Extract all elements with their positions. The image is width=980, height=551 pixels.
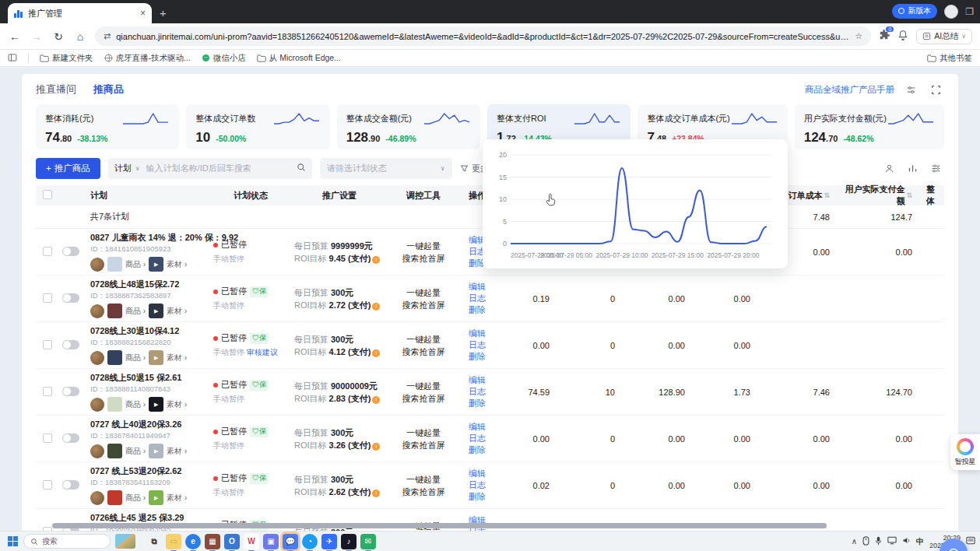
tray-volume-icon[interactable]	[902, 536, 911, 546]
delete-link[interactable]: 删除	[462, 398, 492, 409]
bookmark-folder[interactable]: 新建文件夹	[40, 53, 93, 64]
home-button[interactable]: ⌂	[73, 30, 87, 43]
product-link[interactable]: 商品 ›	[125, 353, 146, 363]
extensions-icon[interactable]: 0	[879, 30, 890, 44]
material-link[interactable]: 素材 ›	[167, 446, 187, 457]
log-link[interactable]: 日志	[462, 339, 492, 351]
one-key-boost-link[interactable]: 一键起量	[391, 473, 456, 486]
back-button[interactable]: ←	[8, 30, 22, 43]
row-enable-toggle[interactable]	[62, 293, 79, 303]
one-key-boost-link[interactable]: 一键起量	[391, 333, 456, 346]
tray-chevron-up-icon[interactable]: ∧	[852, 537, 857, 546]
fullscreen-icon[interactable]	[927, 81, 944, 98]
stat-card-2[interactable]: 整体成交金额(元)128.90-46.89%	[337, 104, 480, 149]
select-all-checkbox[interactable]	[43, 190, 52, 199]
row-enable-toggle[interactable]	[62, 387, 79, 396]
delete-link[interactable]: 删除	[462, 351, 492, 363]
edit-link[interactable]: 编辑	[462, 281, 492, 293]
search-top-link[interactable]: 搜索抢首屏	[391, 486, 456, 498]
review-suggestion-link[interactable]: 审核建议	[247, 348, 278, 356]
campaign-title[interactable]: 0728线上48退15保2.72	[90, 279, 207, 290]
row-checkbox[interactable]	[43, 387, 52, 396]
campaign-title[interactable]: 0727 线上53退20保2.62	[90, 465, 207, 477]
tray-display-icon[interactable]	[887, 536, 897, 546]
column-settings-icon[interactable]	[927, 160, 944, 177]
site-settings-icon[interactable]: ⇄	[104, 31, 111, 41]
row-enable-toggle[interactable]	[62, 480, 79, 490]
tab-products[interactable]: 推商品	[93, 82, 124, 97]
browser-tab[interactable]: 推广管理 ×	[8, 3, 152, 23]
tray-ime-indicator[interactable]: 中	[916, 536, 924, 547]
log-link[interactable]: 日志	[462, 293, 492, 304]
row-checkbox[interactable]	[43, 480, 52, 490]
search-top-link[interactable]: 搜索抢首屏	[391, 346, 456, 358]
material-link[interactable]: 素材 ›	[167, 353, 187, 363]
material-link[interactable]: 素材 ›	[167, 399, 187, 410]
campaign-title[interactable]: 0726线上45 退25 保3.29	[90, 512, 207, 524]
metrics-chart-icon[interactable]	[904, 160, 921, 177]
log-link[interactable]: 日志	[462, 386, 492, 398]
stat-card-5[interactable]: 用户实际支付金额(元)124.70-48.62%	[795, 104, 944, 149]
start-button[interactable]	[8, 536, 19, 547]
search-input[interactable]	[146, 163, 290, 173]
custom-audience-icon[interactable]	[880, 160, 897, 177]
row-checkbox[interactable]	[43, 433, 52, 443]
edit-link[interactable]: 编辑	[462, 328, 492, 339]
col-user-pay[interactable]: 用户实际支付金额⇅	[841, 184, 923, 207]
tab-live-room[interactable]: 推直播间	[36, 82, 76, 97]
product-link[interactable]: 商品 ›	[125, 399, 146, 410]
campaign-title[interactable]: 0728线上50退15 保2.61	[90, 372, 207, 384]
edit-link[interactable]: 编辑	[462, 374, 492, 386]
search-icon[interactable]	[297, 163, 306, 174]
product-link[interactable]: 商品 ›	[125, 259, 146, 270]
wps-word[interactable]: W	[244, 534, 259, 549]
campaign-title[interactable]: 0827 儿童雨衣 14% 退：20% 保：9.92	[90, 232, 207, 244]
browser-avatar[interactable]	[944, 5, 958, 19]
office-app[interactable]: O	[224, 534, 240, 549]
one-key-boost-link[interactable]: 一键起量	[391, 380, 456, 392]
edit-link[interactable]: 编辑	[462, 468, 492, 479]
app-maroon[interactable]: ▦	[205, 534, 220, 549]
add-product-button[interactable]: +推广商品	[36, 158, 100, 179]
delete-link[interactable]: 删除	[462, 491, 492, 503]
taskbar-search[interactable]: 搜索	[23, 534, 111, 549]
new-tab-button[interactable]: +	[160, 6, 167, 19]
reload-button[interactable]: ↻	[51, 30, 65, 43]
task-view[interactable]: ⧉	[146, 534, 162, 549]
row-checkbox[interactable]	[43, 247, 52, 256]
row-checkbox[interactable]	[43, 340, 52, 349]
row-checkbox[interactable]	[43, 293, 52, 303]
log-link[interactable]: 日志	[462, 433, 492, 444]
tab-close-icon[interactable]: ×	[140, 8, 146, 19]
row-enable-toggle[interactable]	[62, 433, 79, 443]
app-purple[interactable]: ▣	[263, 534, 279, 549]
stat-card-1[interactable]: 整体成交订单数10-50.00%	[186, 104, 329, 149]
campaign-title[interactable]: 0727 线上40退20保3.26	[90, 419, 207, 430]
forward-button[interactable]: →	[30, 30, 44, 43]
row-enable-toggle[interactable]	[62, 340, 79, 349]
new-version-badge[interactable]: 新版本	[892, 4, 937, 19]
manual-link[interactable]: 商品全域推广产品手册	[805, 84, 894, 96]
one-key-boost-link[interactable]: 一键起量	[391, 240, 456, 252]
bookmark-huya[interactable]: 虎牙直播-技术驱动...	[104, 53, 191, 64]
file-explorer[interactable]: ▭	[166, 534, 181, 549]
material-link[interactable]: 素材 ›	[167, 306, 187, 317]
ai-summary-button[interactable]: AI总结 ∨	[916, 29, 972, 44]
search-type-select[interactable]: 计划∨	[108, 163, 146, 174]
status-filter-select[interactable]: 请筛选计划状态 ∨	[320, 158, 452, 179]
delete-link[interactable]: 删除	[462, 304, 492, 316]
douyin-app[interactable]: ♪	[341, 534, 357, 549]
one-key-boost-link[interactable]: 一键起量	[391, 426, 456, 439]
feishu-app[interactable]: ✈	[321, 534, 337, 549]
app-blue-circle[interactable]: ◔	[302, 534, 318, 549]
address-bar[interactable]: ⇄ qianchuan.jinritemai.com/uni-prom?aavi…	[95, 26, 871, 46]
assistant-widget[interactable]: 智投星	[950, 434, 980, 470]
window-restore-icon[interactable]: ❐	[965, 6, 974, 17]
chat-app[interactable]: 💬	[283, 534, 298, 549]
one-key-boost-link[interactable]: 一键起量	[391, 286, 456, 299]
widgets-weather-icon[interactable]	[115, 534, 135, 549]
material-link[interactable]: 素材 ›	[167, 259, 187, 270]
product-link[interactable]: 商品 ›	[125, 446, 146, 457]
product-link[interactable]: 商品 ›	[125, 493, 146, 504]
row-enable-toggle[interactable]	[62, 247, 79, 256]
